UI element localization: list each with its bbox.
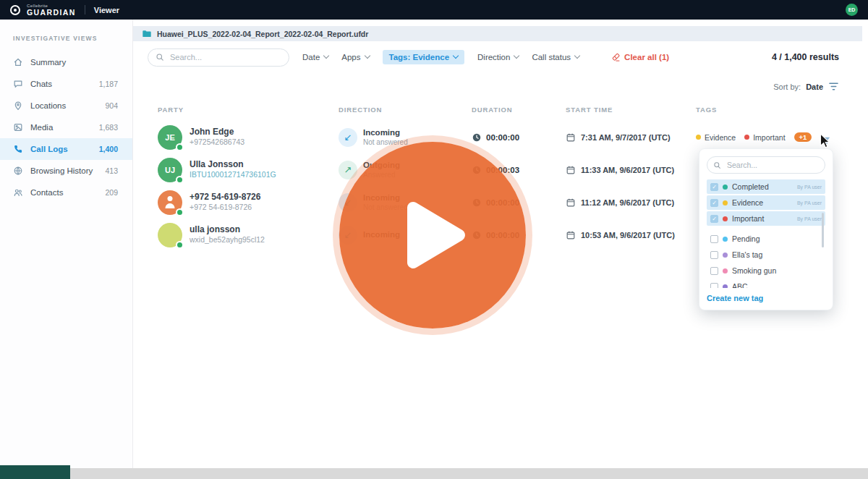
duration-value: 00:00:00 <box>486 133 519 142</box>
tags-search-box[interactable] <box>707 156 825 174</box>
tag-option-important[interactable]: ✓ Important By PA user <box>707 211 825 226</box>
create-new-tag-link[interactable]: Create new tag <box>707 294 825 302</box>
direction-label: Incoming <box>363 127 408 138</box>
direction-filter-dropdown[interactable]: Direction <box>477 53 519 62</box>
video-play-button[interactable] <box>339 142 526 328</box>
footer-corner-block <box>0 465 70 479</box>
checkbox-checked[interactable]: ✓ <box>710 199 718 207</box>
tag-option-completed[interactable]: ✓ Completed By PA user <box>707 179 825 194</box>
contacts-icon <box>13 187 23 198</box>
tag-option-pending[interactable]: Pending <box>707 232 825 246</box>
sidebar-item-count: 1,683 <box>99 123 132 132</box>
checkbox-unchecked[interactable] <box>710 267 718 275</box>
table-header: PARTY DIRECTION DURATION START TIME TAGS <box>158 106 839 114</box>
person-icon <box>165 196 175 208</box>
checkbox-unchecked[interactable] <box>710 283 718 289</box>
chevron-down-icon <box>364 53 370 59</box>
sidebar-item-label: Media <box>30 123 92 132</box>
app-frame: Cellebrite GUARDIAN Viewer ED INVESTIGAT… <box>0 0 868 479</box>
location-pin-icon <box>13 101 23 111</box>
avatar-initials: JE <box>165 133 174 142</box>
sidebar-item-contacts[interactable]: Contacts 209 <box>0 182 132 203</box>
call-status-label: Not answered <box>363 137 408 147</box>
tag-option-evidence[interactable]: ✓ Evidence By PA user <box>707 195 825 210</box>
apps-filter-label: Apps <box>341 53 360 62</box>
search-box[interactable] <box>148 48 289 67</box>
sort-filter-icon[interactable] <box>828 82 839 91</box>
sidebar-item-label: Locations <box>30 101 98 110</box>
tag-dot <box>744 135 749 140</box>
search-icon <box>156 53 164 62</box>
sidebar-item-summary[interactable]: Summary <box>0 51 132 73</box>
sidebar: INVESTIGATIVE VIEWS Summary Chats 1,187 … <box>0 20 133 468</box>
tags-filter-chip[interactable]: Tags: Evidence <box>383 50 465 64</box>
folder-icon <box>142 29 152 39</box>
avatar: UJ <box>158 158 182 182</box>
column-header-party: PARTY <box>158 106 339 114</box>
column-header-duration: DURATION <box>472 106 566 114</box>
filter-bar: Date Apps Tags: Evidence Direction Call … <box>148 47 839 67</box>
home-icon <box>13 57 23 67</box>
clear-all-filters-button[interactable]: Clear all (1) <box>611 53 669 62</box>
date-filter-label: Date <box>302 53 320 62</box>
app-title: Viewer <box>94 6 119 14</box>
party-name: ulla jonsson <box>190 224 265 236</box>
scrollbar[interactable] <box>822 213 824 247</box>
sort-by-label: Sort by: <box>773 82 801 91</box>
tags-search-input[interactable] <box>726 160 812 170</box>
sidebar-item-count: 413 <box>105 166 132 175</box>
column-header-direction: DIRECTION <box>339 106 472 114</box>
incoming-call-icon: ↙ <box>339 128 357 147</box>
globe-icon <box>13 166 23 176</box>
start-time-value: 11:12 AM, 9/6/2017 (UTC) <box>581 198 674 207</box>
chevron-down-icon <box>514 53 519 59</box>
user-avatar[interactable]: ED <box>846 4 858 16</box>
tag-option-smoking-gun[interactable]: Smoking gun <box>707 263 825 278</box>
search-input[interactable] <box>169 52 277 62</box>
sidebar-item-browsing-history[interactable]: Browsing History 413 <box>0 160 132 182</box>
filename: Huawei_PLUS_2022-02-04_Report_2022-02-04… <box>157 30 368 38</box>
apps-filter-dropdown[interactable]: Apps <box>341 53 369 62</box>
sidebar-item-chats[interactable]: Chats 1,187 <box>0 73 132 95</box>
checkbox-checked[interactable]: ✓ <box>710 215 718 223</box>
chat-icon <box>13 79 23 89</box>
avatar-initials: UJ <box>165 166 175 174</box>
calendar-icon <box>566 198 576 208</box>
clock-icon <box>472 132 482 143</box>
calendar-icon <box>566 230 576 240</box>
more-tags-badge[interactable]: +1 <box>794 132 812 142</box>
sidebar-section-title: INVESTIGATIVE VIEWS <box>0 20 132 51</box>
tag-option-abc[interactable]: ABC <box>707 279 825 288</box>
sidebar-item-media[interactable]: Media 1,683 <box>0 116 132 138</box>
sidebar-item-label: Contacts <box>30 188 98 197</box>
tag-dot <box>723 284 728 289</box>
sidebar-item-locations[interactable]: Locations 904 <box>0 95 132 116</box>
cellebrite-logo-icon <box>10 5 20 15</box>
checkbox-checked[interactable]: ✓ <box>710 183 718 191</box>
call-status-filter-dropdown[interactable]: Call status <box>532 53 579 62</box>
sidebar-item-call-logs[interactable]: Call Logs 1,400 <box>0 138 132 160</box>
checkbox-unchecked[interactable] <box>710 235 718 243</box>
checkbox-unchecked[interactable] <box>710 251 718 259</box>
date-filter-dropdown[interactable]: Date <box>302 53 328 62</box>
topbar-divider <box>85 5 85 14</box>
tag-dot <box>696 135 701 140</box>
party-identifier: +972542686743 <box>190 137 244 148</box>
column-header-start-time: START TIME <box>566 106 696 114</box>
brand-label: GUARDIAN <box>27 9 76 17</box>
sidebar-item-count: 209 <box>105 188 132 197</box>
tags-dropdown-panel: ✓ Completed By PA user ✓ Evidence By PA … <box>699 148 833 310</box>
sidebar-item-label: Call Logs <box>30 145 92 153</box>
avatar <box>158 190 182 215</box>
avatar <box>158 223 182 247</box>
sort-control[interactable]: Sort by: Date <box>773 82 839 91</box>
app-source-badge-icon <box>176 208 184 216</box>
app-source-badge-icon <box>176 143 184 151</box>
tag-dot <box>723 237 728 242</box>
tag-option-ellas-tag[interactable]: Ella's tag <box>707 247 825 262</box>
start-time-value: 11:33 AM, 9/6/2017 (UTC) <box>581 166 674 174</box>
sidebar-item-label: Summary <box>30 58 111 67</box>
tags-chip-label: Tags: Evidence <box>389 53 450 62</box>
media-icon <box>13 122 23 132</box>
party-identifier: IBTU100012714736101G <box>190 170 276 180</box>
